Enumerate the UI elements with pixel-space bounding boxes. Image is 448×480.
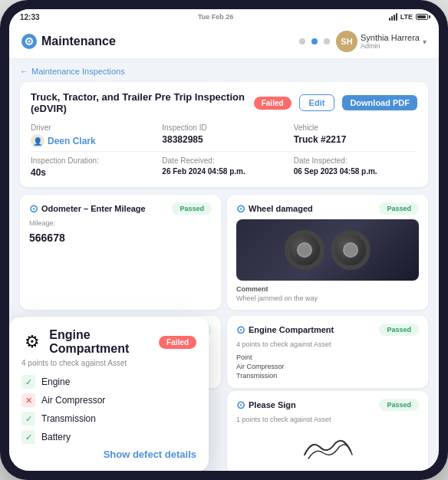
date-inspected-cell: Date Inspected: 06 Sep 2023 04:58 p.m. <box>294 156 417 178</box>
signature-area <box>236 428 419 466</box>
status-date: Tue Feb 26 <box>198 13 233 21</box>
driver-icon: 👤 <box>31 134 44 148</box>
engine-point-label: Point <box>236 353 419 362</box>
sign-title-row: ⊙ Please Sign Passed <box>236 399 419 411</box>
sign-badge: Passed <box>379 399 419 411</box>
driver-cell: Driver 👤 Deen Clark <box>31 123 154 148</box>
content-area: ← Maintenance Inspections Truck, Tractor… <box>9 59 439 471</box>
user-area[interactable]: SH Synthia Harrera Admin ▾ <box>336 31 427 52</box>
wheel-damaged-card: ⊙ Wheel damaged Passed Comment Wheel jam… <box>227 195 428 310</box>
duration-label: Inspection Duration: <box>31 156 154 165</box>
check-item-engine: ✓ Engine <box>21 375 196 389</box>
tablet-screen: 12:33 Tue Feb 26 LTE <box>9 9 439 471</box>
signature-image <box>297 432 358 462</box>
engine-right-title-row: ⊙ Engine Compartment Passed <box>236 324 419 336</box>
odometer-badge: Passed <box>172 202 212 215</box>
comment-label: Comment <box>236 285 419 293</box>
check-label-engine: Engine <box>41 376 70 387</box>
app-name-label: Maintenance <box>41 35 116 48</box>
check-label-transmission: Transmission <box>41 413 96 424</box>
breadcrumb-link[interactable]: Maintenance Inspections <box>31 67 125 76</box>
odometer-icon: ⊙ <box>29 202 38 215</box>
inspection-id-value: 38382985 <box>162 134 285 145</box>
engine-card-right: ⊙ Engine Compartment Passed 4 points to … <box>227 316 428 388</box>
odometer-title-row: ⊙ Odometer – Enter Mileage Passed <box>29 202 212 215</box>
duration-value: 40s <box>31 167 154 178</box>
app-title-area: Maintenance <box>21 34 116 49</box>
download-pdf-button[interactable]: Download PDF <box>342 95 417 110</box>
check-item-battery: ✓ Battery <box>21 430 196 444</box>
vehicle-label: Vehicle <box>294 123 417 132</box>
check-pass-icon-battery: ✓ <box>21 430 35 444</box>
comment-text: Wheel jammed on the way <box>236 294 419 302</box>
inspection-header-card: Truck, Tractor, and Trailer Pre Trip Ins… <box>20 82 428 187</box>
battery-icon <box>416 14 428 20</box>
engine-point-1: Air Compressor <box>236 362 419 371</box>
vehicle-cell: Vehicle Truck #2217 <box>294 123 417 148</box>
inspection-info-grid: Driver 👤 Deen Clark Inspection ID 383829… <box>31 123 417 148</box>
check-label-air: Air Compressor <box>41 395 105 406</box>
odometer-title: ⊙ Odometer – Enter Mileage <box>29 202 146 215</box>
status-time: 12:33 <box>20 13 40 21</box>
engine-right-icon: ⊙ <box>236 324 245 336</box>
breadcrumb-arrow-icon: ← <box>20 67 28 76</box>
date-received-value: 26 Feb 2024 04:58 p.m. <box>162 167 285 176</box>
inspection-id-label: Inspection ID <box>162 123 285 132</box>
engine-right-badge: Passed <box>379 324 419 336</box>
engine-overlay-card: ⚙ Engine Compartment Failed 4 points to … <box>9 317 209 471</box>
odometer-card: ⊙ Odometer – Enter Mileage Passed Mileag… <box>20 195 221 310</box>
sign-title: ⊙ Please Sign <box>236 399 296 411</box>
date-inspected-value: 06 Sep 2023 04:58 p.m. <box>294 167 417 176</box>
check-item-air: ✕ Air Compressor <box>21 393 196 407</box>
overlay-title-area: ⚙ Engine Compartment <box>21 328 159 356</box>
status-badge-failed: Failed <box>254 97 292 110</box>
app-header: Maintenance SH Synthia Harrera Admin ▾ <box>9 25 439 59</box>
inspection-id-cell: Inspection ID 38382985 <box>162 123 285 148</box>
overlay-header: ⚙ Engine Compartment Failed <box>21 328 196 356</box>
engine-right-subtitle: 4 points to check against Asset <box>236 340 419 348</box>
show-defect-link[interactable]: Show defect details <box>21 449 196 460</box>
date-received-cell: Date Received: 26 Feb 2024 04:58 p.m. <box>162 156 285 178</box>
overlay-title: Engine Compartment <box>49 328 159 356</box>
check-item-transmission: ✓ Transmission <box>21 412 196 426</box>
nav-dot-3[interactable] <box>324 38 330 44</box>
nav-dot-1[interactable] <box>299 38 305 44</box>
header-right: SH Synthia Harrera Admin ▾ <box>299 31 427 52</box>
user-role: Admin <box>361 42 420 50</box>
check-fail-icon-air: ✕ <box>21 393 35 407</box>
wheel-image <box>236 219 419 281</box>
sign-subtitle: 1 points to check against Asset <box>236 416 419 423</box>
gear-icon: ⚙ <box>21 330 43 354</box>
sign-icon: ⊙ <box>236 399 245 411</box>
wheel-circle-1 <box>285 230 324 270</box>
app-logo-icon <box>21 34 37 49</box>
wheel-title-row: ⊙ Wheel damaged Passed <box>236 202 419 215</box>
overlay-subtitle: 4 points to check against Asset <box>21 359 196 367</box>
edit-button[interactable]: Edit <box>299 94 335 111</box>
signal-bars <box>389 13 397 21</box>
wheel-circle-2 <box>331 230 371 270</box>
inspection-info-grid-2: Inspection Duration: 40s Date Received: … <box>31 156 417 178</box>
wheel-badge: Passed <box>379 202 419 215</box>
inspection-title-row: Truck, Tractor, and Trailer Pre Trip Ins… <box>31 91 417 114</box>
signal-type: LTE <box>400 13 413 21</box>
avatar: SH <box>336 31 357 52</box>
tablet-frame: 12:33 Tue Feb 26 LTE <box>0 0 448 480</box>
wheel-title: ⊙ Wheel damaged <box>236 202 313 215</box>
check-pass-icon-transmission: ✓ <box>21 412 35 426</box>
nav-dot-2[interactable] <box>311 38 318 44</box>
check-label-battery: Battery <box>41 432 71 442</box>
date-inspected-label: Date Inspected: <box>294 156 417 165</box>
status-right: LTE <box>389 13 428 21</box>
engine-point-list: Point Air Compressor Transmission <box>236 353 419 380</box>
overlay-status-badge: Failed <box>159 336 196 349</box>
duration-cell: Inspection Duration: 40s <box>31 156 154 178</box>
vehicle-value: Truck #2217 <box>294 134 417 145</box>
odometer-subtitle: Mileage: <box>29 219 212 227</box>
driver-value: 👤 Deen Clark <box>31 134 154 148</box>
date-received-label: Date Received: <box>162 156 285 165</box>
odometer-value: 566678 <box>29 232 212 244</box>
chevron-down-icon: ▾ <box>423 38 427 46</box>
wheel-icon: ⊙ <box>236 202 245 215</box>
driver-label: Driver <box>31 123 154 132</box>
